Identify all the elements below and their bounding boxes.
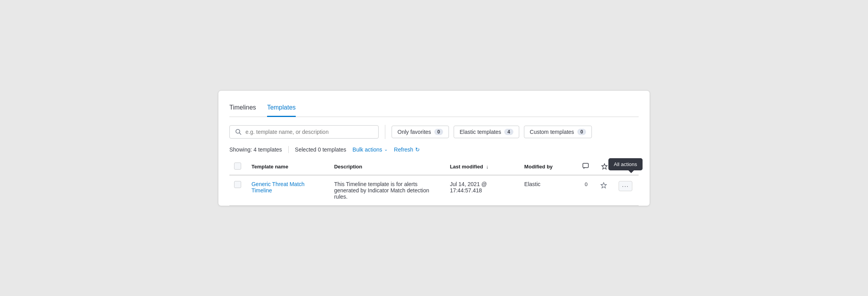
comment-count: 0: [585, 181, 588, 187]
only-favorites-label: Only favorites: [397, 129, 431, 135]
svg-marker-4: [601, 183, 606, 188]
table-row: Generic Threat Match Timeline This Timel…: [229, 175, 639, 206]
row-description-cell: This Timeline template is for alerts gen…: [330, 175, 445, 206]
refresh-button[interactable]: Refresh ↻: [394, 146, 420, 153]
showing-count: Showing: 4 templates: [229, 146, 282, 153]
refresh-label: Refresh: [394, 146, 413, 153]
header-favorites: [595, 159, 613, 175]
star-icon: [600, 182, 607, 189]
svg-line-1: [240, 133, 241, 134]
sort-icon: ↓: [486, 164, 489, 170]
header-checkbox-col: [229, 159, 247, 175]
custom-templates-label: Custom templates: [530, 129, 574, 135]
row-favorite-cell: [595, 175, 613, 206]
last-modified-value: Jul 14, 2021 @ 17:44:57.418: [450, 181, 487, 194]
header-comments: [577, 159, 595, 175]
header-description: Description: [330, 159, 445, 175]
elastic-templates-button[interactable]: Elastic templates 4: [454, 126, 519, 138]
all-actions-button[interactable]: ···: [619, 181, 633, 191]
header-modified-by: Modified by: [520, 159, 577, 175]
custom-templates-button[interactable]: Custom templates 0: [524, 126, 592, 138]
search-wrapper: [229, 125, 379, 139]
comment-icon: [582, 163, 590, 170]
bulk-actions-button[interactable]: Bulk actions ⌄: [353, 146, 388, 153]
custom-templates-badge: 0: [577, 129, 586, 135]
filter-row: Only favorites 0 Elastic templates 4 Cus…: [229, 125, 639, 139]
header-actions: [614, 159, 639, 175]
template-name-link[interactable]: Generic Threat Match Timeline: [251, 181, 304, 194]
bulk-actions-label: Bulk actions: [353, 146, 382, 153]
header-last-modified[interactable]: Last modified ↓: [445, 159, 519, 175]
three-dots-icon: ···: [622, 183, 629, 189]
row-last-modified-cell: Jul 14, 2021 @ 17:44:57.418: [445, 175, 519, 206]
search-input[interactable]: [245, 129, 373, 135]
header-checkbox[interactable]: [234, 163, 241, 170]
row-actions-cell: All actions ···: [614, 175, 639, 206]
row-comment-cell: 0: [577, 175, 595, 206]
templates-table: Template name Description Last modified …: [229, 159, 639, 206]
only-favorites-button[interactable]: Only favorites 0: [392, 126, 449, 138]
svg-rect-2: [583, 163, 588, 168]
svg-marker-3: [602, 164, 607, 169]
modified-by-value: Elastic: [524, 181, 540, 187]
favorite-button[interactable]: [599, 181, 608, 190]
row-checkbox-cell: [229, 175, 247, 206]
main-card: Timelines Templates Only favorites 0 Ela…: [218, 90, 650, 206]
refresh-icon: ↻: [415, 146, 420, 153]
row-name-cell: Generic Threat Match Timeline: [247, 175, 330, 206]
search-icon: [235, 129, 242, 135]
header-template-name: Template name: [247, 159, 330, 175]
tab-timelines[interactable]: Timelines: [229, 100, 256, 117]
toolbar: Showing: 4 templates Selected 0 template…: [229, 146, 639, 153]
elastic-templates-badge: 4: [504, 129, 513, 135]
table-header-row: Template name Description Last modified …: [229, 159, 639, 175]
row-modified-by-cell: Elastic: [520, 175, 577, 206]
star-header-icon: [601, 163, 608, 170]
only-favorites-badge: 0: [434, 129, 443, 135]
filter-divider: [385, 125, 385, 139]
selected-count: Selected 0 templates: [295, 146, 346, 153]
row-checkbox[interactable]: [234, 181, 241, 188]
chevron-down-icon: ⌄: [384, 147, 388, 152]
elastic-templates-label: Elastic templates: [460, 129, 501, 135]
template-description: This Timeline template is for alerts gen…: [334, 181, 429, 200]
tab-templates[interactable]: Templates: [267, 100, 296, 117]
tab-bar: Timelines Templates: [229, 100, 639, 117]
toolbar-divider: [288, 146, 289, 153]
